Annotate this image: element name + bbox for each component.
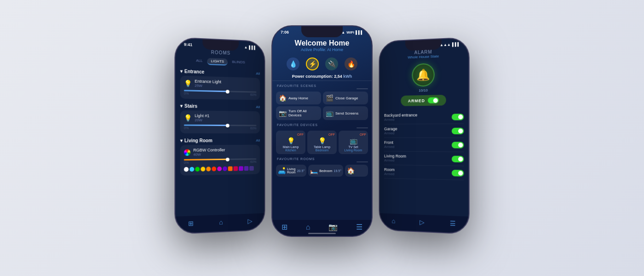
color-purple[interactable]	[223, 167, 227, 171]
color-green[interactable]	[195, 167, 200, 172]
living-room-title: ▾ Living Room	[180, 138, 213, 143]
living-all[interactable]: All	[256, 138, 260, 143]
scene-screens-name: Send Screens	[335, 111, 358, 115]
color-cyan[interactable]	[190, 167, 194, 172]
device-main-lamp[interactable]: OFF 💡 Main Lamp Kitchen	[276, 131, 305, 154]
zone-1-toggle[interactable]	[452, 114, 464, 120]
alarm-row-4: Living Room Armed	[384, 151, 464, 166]
entrance-slider[interactable]: 0% 60%	[184, 89, 257, 97]
device-tv-set[interactable]: OFF 📺 TV Set Living Room	[339, 131, 368, 154]
alarm-rows: Backyard entrance Armed Garage Armed Fro…	[380, 108, 468, 182]
scene-close-garage[interactable]: 🎬 Close Garage	[323, 92, 368, 104]
main-lamp-loc: Kitchen	[278, 149, 304, 152]
color-red[interactable]	[212, 167, 216, 171]
scene-turnoff-icon: 📷	[279, 109, 287, 117]
nav-home-icon[interactable]: ⌂	[219, 218, 223, 226]
nav-grid-icon[interactable]: ⊞	[188, 219, 194, 227]
entrance-section: ▾ Entrance All 💡 Entrance Light 25W	[175, 67, 264, 104]
right-bottom-nav: ⌂ ▷ ☰	[380, 213, 468, 233]
zone-4-toggle[interactable]	[452, 155, 464, 162]
alarm-zone-5-name: Room	[384, 167, 395, 172]
stairs-title: ▾ Stairs	[180, 104, 197, 109]
zone-5-toggle[interactable]	[452, 169, 464, 176]
right-phone: ▲▲▲ ▌▌▌ ALARM Whole House State 🔔 10/10 …	[379, 37, 470, 234]
right-notch	[405, 39, 442, 51]
color-indigo-sq[interactable]	[244, 166, 249, 171]
tab-blinds[interactable]: BLINDS	[229, 59, 248, 66]
color-orange-sq[interactable]	[228, 167, 233, 171]
tab-lights[interactable]: LIGHTS	[207, 58, 227, 66]
center-nav-home[interactable]: ⌂	[306, 223, 310, 231]
alarm-zone-5-loc: Armed	[384, 172, 395, 176]
center-nav-menu[interactable]: ☰	[356, 223, 362, 231]
power-consumption: Power consumption: 2,54 kWh	[272, 72, 372, 81]
alarm-zone-1-loc: Armed	[384, 117, 417, 121]
entrance-all[interactable]: All	[256, 71, 260, 75]
right-nav-play[interactable]: ▷	[420, 218, 425, 226]
scene-send-screens[interactable]: 📺 Send Screens	[323, 106, 368, 120]
color-crimson-sq[interactable]	[233, 166, 238, 171]
device-table-lamp[interactable]: OFF 💡 Table Lamp Bedroom	[307, 131, 337, 154]
entrance-light-info: Entrance Light 25W	[195, 79, 221, 88]
scene-turn-off[interactable]: 📷 Turn Off All Devices	[276, 106, 321, 120]
color-blue-sq[interactable]	[249, 166, 254, 171]
light1-name: Light #1	[195, 113, 209, 118]
alarm-zone-2-name: Garage	[384, 126, 397, 131]
light1-info: Light #1 20W	[195, 113, 209, 122]
alarm-row-2-info: Garage Armed	[384, 126, 397, 135]
scene-garage-icon: 🎬	[326, 94, 334, 102]
light1-row: 💡 Light #1 20W	[184, 113, 257, 122]
welcome-sub: Active Profile: At Home	[277, 47, 367, 52]
zone-3-toggle[interactable]	[452, 142, 464, 148]
bell-icon: 🔔	[416, 69, 430, 82]
center-nav-grid[interactable]: ⊞	[282, 223, 288, 231]
power-icon-grid: 🔌	[325, 58, 338, 70]
armed-toggle-container[interactable]: ARMED	[380, 92, 468, 109]
fav-living-room[interactable]: 🛋️ Living Room 20.5°	[276, 165, 306, 177]
alarm-row-3-info: Front Armed	[384, 140, 394, 149]
rgbw-name: RGBW Controller	[193, 148, 225, 153]
tab-all[interactable]: ALL	[192, 58, 206, 65]
color-orange[interactable]	[206, 167, 211, 171]
center-nav-camera[interactable]: 📷	[328, 223, 338, 231]
bedroom-temp: 19.5°	[334, 169, 341, 172]
light1-slider-thumb	[226, 124, 230, 127]
armed-button[interactable]: ARMED	[401, 95, 446, 106]
center-home-indicator	[308, 233, 336, 234]
alarm-zone-4-loc: Armed	[384, 158, 406, 162]
power-number: 2,54	[334, 74, 342, 79]
table-lamp-loc: Bedroom	[309, 149, 335, 152]
scene-screens-icon: 📺	[326, 109, 334, 117]
rgbw-color-palette[interactable]	[184, 164, 257, 172]
fav-kitchen[interactable]: 🏠	[345, 165, 368, 177]
right-nav-home[interactable]: ⌂	[391, 217, 395, 224]
color-white[interactable]	[184, 167, 189, 172]
devices-label: FAVOURITE DEVICES	[272, 122, 372, 127]
stairs-all[interactable]: All	[256, 105, 260, 109]
scene-away-home[interactable]: 🏠 Away Home	[276, 92, 321, 104]
color-violet-sq[interactable]	[239, 166, 243, 171]
color-yellow[interactable]	[201, 167, 205, 171]
right-screen: ▲▲▲ ▌▌▌ ALARM Whole House State 🔔 10/10 …	[380, 38, 468, 233]
light1-item: 💡 Light #1 20W 0% 60%	[180, 110, 260, 133]
entrance-header: ▾ Entrance All	[180, 69, 260, 76]
scenes-label: FAVOURITE SCENES	[272, 83, 372, 88]
light1-slider[interactable]: 0% 60%	[184, 124, 257, 131]
nav-play-icon[interactable]: ▷	[247, 217, 253, 224]
living-chevron: ▾	[180, 138, 183, 143]
scene-turnoff-name: Turn Off All Devices	[288, 109, 318, 117]
table-lamp-icon: 💡	[309, 137, 335, 144]
table-lamp-name: Table Lamp	[309, 145, 335, 149]
light1-icon: 💡	[184, 114, 192, 121]
table-lamp-status: OFF	[309, 133, 335, 136]
color-pink[interactable]	[217, 167, 222, 171]
right-nav-menu[interactable]: ☰	[450, 219, 456, 227]
left-time: 9:41	[184, 42, 192, 47]
fav-bedroom[interactable]: 🛏️ Bedroom 19.5°	[308, 165, 343, 177]
stairs-chevron: ▾	[180, 104, 183, 109]
left-bottom-nav: ⊞ ⌂ ▷	[175, 213, 264, 233]
zone-2-toggle[interactable]	[452, 127, 464, 134]
left-screen: 9:41 ▲ ▌▌▌ ROOMS ALL LIGHTS BLINDS ▾	[175, 38, 264, 233]
armed-toggle[interactable]	[428, 97, 439, 103]
light1-watt: 20W	[195, 118, 209, 122]
